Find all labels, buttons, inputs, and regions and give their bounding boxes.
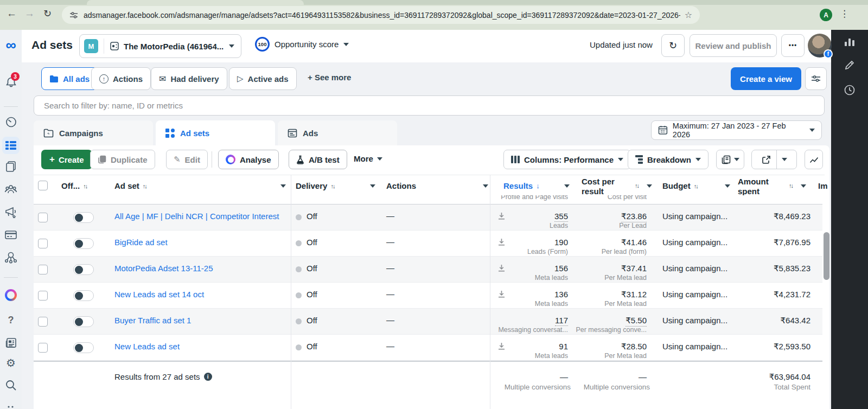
ad-account-selector[interactable]: M The MotorPedia (461964...	[79, 34, 241, 58]
cost-per-result-value[interactable]: ₹5.50	[626, 316, 647, 327]
date-range-selector[interactable]: Maximum: 27 Jan 2023 - 27 Feb 2026	[651, 120, 822, 140]
browser-active-tab[interactable]	[87, 0, 304, 5]
cost-per-result-value[interactable]: ₹23.86	[621, 212, 647, 222]
filter-chip-active-ads[interactable]: ▷ Active ads	[229, 67, 297, 90]
reports-button[interactable]	[716, 150, 744, 169]
meta-ai-icon[interactable]	[0, 289, 22, 301]
adset-name-link[interactable]: New Leads ad set 14 oct	[114, 290, 204, 299]
site-settings-icon[interactable]	[69, 11, 78, 20]
download-icon[interactable]	[498, 264, 505, 273]
refresh-button[interactable]: ↻	[661, 34, 685, 57]
select-all-checkbox[interactable]	[38, 181, 48, 190]
charts-button[interactable]	[805, 150, 823, 169]
search-icon[interactable]	[0, 379, 22, 391]
create-button[interactable]: + Create	[41, 150, 92, 169]
news-icon[interactable]	[0, 336, 22, 349]
reporting-speedometer-icon[interactable]	[0, 116, 22, 128]
col-header-actions[interactable]: Actions	[386, 181, 416, 190]
browser-refresh-icon[interactable]: ↻	[43, 8, 52, 20]
filter-chip-all-ads[interactable]: All ads	[41, 67, 98, 90]
url-text[interactable]: adsmanager.facebook.com/adsmanager/manag…	[84, 11, 680, 20]
table-row[interactable]: All Age | MF | Delhi NCR | Competitor In…	[34, 204, 822, 231]
col-header-budget[interactable]: Budget↑↓	[662, 181, 698, 190]
row-toggle-off[interactable]	[73, 342, 94, 353]
sort-icon[interactable]: ↑↓	[789, 182, 793, 189]
ab-test-button[interactable]: A/B test	[289, 150, 347, 169]
col-header-amount-spent[interactable]: Amount spent	[738, 177, 771, 196]
row-toggle-off[interactable]	[73, 316, 94, 327]
more-dots-icon[interactable]	[0, 403, 22, 408]
review-and-publish-button[interactable]: Review and publish	[690, 34, 777, 57]
col-header-results[interactable]: Results↓	[503, 181, 539, 190]
audiences-people-icon[interactable]	[0, 183, 22, 195]
tab-ads[interactable]: Ads	[278, 120, 397, 145]
chevron-down-icon[interactable]	[280, 184, 286, 188]
user-avatar[interactable]: f	[808, 34, 832, 57]
download-icon[interactable]	[498, 290, 505, 299]
col-header-off[interactable]: Off...↑↓	[61, 181, 87, 190]
info-icon[interactable]: i	[204, 373, 212, 381]
row-toggle-off[interactable]	[73, 212, 94, 223]
columns-button[interactable]: Columns: Performance	[503, 150, 631, 169]
settings-gear-icon[interactable]: ⚙	[0, 357, 22, 368]
history-clock-icon[interactable]	[831, 84, 868, 96]
filter-chip-actions[interactable]: ↑ Actions	[91, 67, 151, 90]
row-checkbox[interactable]	[38, 317, 48, 327]
col-header-cost-per-result[interactable]: Cost per result	[582, 177, 625, 196]
chevron-down-icon[interactable]	[483, 184, 488, 188]
business-structure-icon[interactable]	[0, 251, 22, 264]
search-input[interactable]	[34, 95, 825, 116]
ads-megaphone-icon[interactable]	[0, 205, 22, 218]
table-row[interactable]: New Leads ad set 14 oct Off — 136 Meta l…	[34, 283, 822, 309]
see-more-filters-button[interactable]: + See more	[308, 73, 351, 82]
browser-forward-icon[interactable]: →	[24, 8, 35, 20]
analyse-button[interactable]: Analyse	[218, 150, 279, 169]
results-value[interactable]: 355	[554, 212, 568, 222]
row-checkbox[interactable]	[38, 265, 48, 274]
chevron-down-icon[interactable]	[647, 184, 652, 188]
tab-campaigns[interactable]: Campaigns	[34, 120, 153, 145]
breakdown-button[interactable]: Breakdown	[628, 150, 709, 169]
chevron-down-icon[interactable]	[564, 184, 570, 188]
campaigns-nav-icon[interactable]	[2, 137, 20, 154]
chevron-down-icon[interactable]	[725, 184, 730, 188]
download-icon[interactable]	[498, 342, 505, 352]
download-icon[interactable]	[498, 212, 505, 221]
edit-button[interactable]: ✎ Edit	[166, 150, 208, 169]
adset-name-link[interactable]: New Leads ad set	[114, 342, 180, 351]
row-toggle-off[interactable]	[73, 238, 94, 249]
header-more-button[interactable]: •••	[781, 34, 805, 57]
insights-chart-icon[interactable]	[831, 35, 868, 47]
col-header-delivery[interactable]: Delivery↑↓	[296, 181, 334, 190]
row-checkbox[interactable]	[38, 239, 48, 248]
col-header-ad-set[interactable]: Ad set↑↓	[114, 181, 146, 190]
vertical-scrollbar-thumb[interactable]	[824, 232, 829, 280]
row-checkbox[interactable]	[38, 291, 48, 301]
edit-pencil-icon[interactable]	[831, 60, 868, 71]
results-value[interactable]: 117	[555, 316, 568, 326]
row-checkbox[interactable]	[38, 343, 48, 353]
col-header-impressions[interactable]: Im	[818, 181, 828, 190]
view-settings-sliders-icon[interactable]	[805, 67, 827, 90]
pages-icon[interactable]	[0, 160, 22, 172]
table-row[interactable]: New Leads ad set Off — 91 Meta leads ₹28…	[34, 335, 822, 361]
chevron-down-icon[interactable]	[370, 184, 375, 188]
table-row[interactable]: MotorPedia Adset 13-11-25 Off — 156 Meta…	[34, 257, 822, 283]
adset-name-link[interactable]: MotorPedia Adset 13-11-25	[114, 264, 213, 273]
duplicate-button[interactable]: Duplicate	[90, 150, 155, 169]
table-row[interactable]: BigRide ad set Off — 190 Leads (Form) ₹4…	[34, 231, 822, 257]
browser-menu-icon[interactable]: ⋮	[840, 8, 849, 20]
help-icon[interactable]: ?	[0, 315, 22, 326]
browser-url-bar[interactable]: adsmanager.facebook.com/adsmanager/manag…	[62, 6, 700, 24]
browser-profile-avatar[interactable]: A	[820, 9, 832, 21]
row-toggle-off[interactable]	[73, 290, 94, 301]
filter-chip-had-delivery[interactable]: ✉ Had delivery	[151, 67, 227, 90]
row-checkbox[interactable]	[38, 213, 48, 222]
row-toggle-off[interactable]	[73, 264, 94, 275]
meta-logo-icon[interactable]: ∞	[0, 40, 22, 50]
adset-name-link[interactable]: All Age | MF | Delhi NCR | Competitor In…	[114, 212, 279, 221]
bookmark-star-icon[interactable]: ☆	[685, 10, 692, 20]
create-a-view-button[interactable]: Create a view	[731, 67, 801, 90]
more-button[interactable]: More	[354, 154, 382, 163]
billing-card-icon[interactable]	[0, 229, 22, 240]
